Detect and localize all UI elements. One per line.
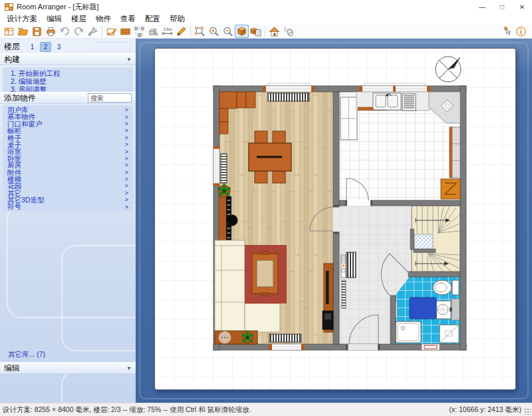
tall-cabinets (450, 127, 460, 178)
shower-tray (396, 321, 421, 343)
category-chevron-icon: > (125, 148, 128, 155)
redo-button[interactable] (72, 25, 86, 38)
category-stairs[interactable]: 楼梯> (3, 176, 133, 182)
zoom-all-icon (194, 26, 205, 37)
build-header-label: 构建 (4, 54, 20, 65)
move-objects-icon (148, 26, 159, 37)
category-chevron-icon: > (125, 169, 128, 176)
decorative-shape (61, 245, 136, 351)
floor-button-3[interactable]: 3 (53, 42, 65, 52)
zoom-in-button[interactable] (207, 25, 221, 38)
edit-rooms-button[interactable] (104, 25, 118, 38)
category-cabinets[interactable]: 橱柜> (3, 127, 133, 134)
category-chevron-icon: > (125, 106, 128, 113)
category-chevron-icon: > (125, 120, 128, 127)
toilet (433, 280, 452, 295)
category-bedroom[interactable]: 卧室> (3, 155, 133, 162)
add-objects-header: 添加物件 (0, 92, 136, 104)
menu-floors[interactable]: 楼层 (66, 13, 91, 25)
open-button[interactable] (16, 25, 30, 38)
category-symbols[interactable]: 符号> (3, 203, 133, 210)
object-list-icon (250, 26, 261, 37)
walls-button[interactable] (118, 25, 132, 38)
category-chairs[interactable]: 椅子> (3, 134, 133, 141)
view-3d-button[interactable] (235, 25, 249, 38)
floor-button-2[interactable]: 2 (40, 42, 51, 52)
category-bathroom[interactable]: 浴室> (3, 148, 133, 154)
save-icon (31, 26, 43, 37)
toolbar-separator (190, 26, 191, 37)
category-garden[interactable]: 花园> (3, 182, 133, 189)
view-3d-icon (236, 26, 247, 37)
more-libraries-link[interactable]: 其它库... (7) (8, 350, 45, 359)
resize-grip[interactable] (524, 408, 531, 415)
svg-text:3.5m: 3.5m (164, 27, 172, 31)
undo-button[interactable] (58, 25, 72, 38)
collapse-arrow-icon[interactable]: ▼ (126, 365, 132, 371)
new-plan-button[interactable] (2, 25, 16, 38)
category-doors-windows[interactable]: 门口和窗户> (3, 120, 133, 127)
undo-icon (59, 26, 70, 37)
category-chevron-icon: > (125, 155, 128, 162)
draw-walls-button[interactable] (174, 25, 188, 38)
category-chevron-icon: > (125, 196, 128, 203)
step-new-project-link[interactable]: 1. 开始新的工程 (11, 69, 133, 77)
category-kitchen[interactable]: 厨房> (3, 162, 133, 168)
menu-options[interactable]: 配置 (140, 13, 165, 25)
about-icon (515, 26, 527, 37)
step-edit-walls-link[interactable]: 2. 编辑墙壁 (11, 77, 133, 85)
toolbar-separator (265, 26, 265, 37)
measure-icon: 3.5m (162, 26, 173, 37)
draw-walls-icon (176, 26, 187, 37)
home-levels-icon (269, 26, 280, 37)
menu-help[interactable]: 帮助 (165, 13, 190, 25)
minimize-button[interactable]: — (472, 0, 492, 13)
toolbar-separator (102, 26, 102, 37)
floors-row: 楼层 1 2 3 (0, 40, 136, 53)
category-tables[interactable]: 桌子> (3, 141, 133, 148)
print-button[interactable] (44, 25, 58, 38)
gestures-button[interactable] (281, 25, 295, 38)
build-section-header[interactable]: 构建 ▼ (0, 53, 136, 65)
bathroom (393, 275, 460, 344)
search-input[interactable] (88, 93, 132, 103)
select-objects-button[interactable] (132, 25, 146, 38)
format-brush-button[interactable] (86, 25, 100, 38)
decorative-shape (61, 370, 136, 403)
edit-section-header[interactable]: 编辑 ▼ (0, 362, 136, 374)
floorplan-drawing[interactable] (155, 49, 516, 390)
drawing-canvas[interactable] (154, 48, 516, 390)
collapse-arrow-icon[interactable]: ▼ (126, 57, 132, 63)
zoom-all-button[interactable] (193, 25, 207, 38)
measure-button[interactable]: 3.5m (160, 25, 174, 38)
category-other-3d[interactable]: 其它3D造型> (3, 196, 133, 203)
category-chevron-icon: > (125, 204, 128, 210)
tv-cabinet (323, 264, 333, 332)
maximize-button[interactable]: □ (492, 0, 512, 13)
home-levels-button[interactable] (267, 25, 281, 38)
titlebar[interactable]: Room Arranger - [无标题] — □ ✕ (0, 0, 532, 13)
pointer-mode-button[interactable] (500, 25, 514, 38)
floors-placeholder (92, 42, 132, 51)
category-accessories[interactable]: 附件> (3, 169, 133, 176)
move-objects-button[interactable] (146, 25, 160, 38)
status-cursor-coords: (x: 10666 y: 2413 毫米) (449, 405, 521, 415)
pointer-mode-icon (501, 26, 513, 37)
canvas-area (136, 39, 532, 403)
add-objects-label: 添加物件 (4, 93, 36, 104)
close-button[interactable]: ✕ (512, 0, 532, 13)
kitchen-sink (373, 93, 401, 110)
floor-lamp (227, 215, 238, 226)
zoom-out-button[interactable] (221, 25, 235, 38)
save-button[interactable] (30, 25, 44, 38)
menu-objects[interactable]: 物件 (91, 13, 116, 25)
select-objects-icon (134, 26, 145, 37)
floor-button-1[interactable]: 1 (27, 42, 38, 52)
edit-header-label: 编辑 (4, 363, 20, 374)
object-list-button[interactable] (249, 25, 263, 38)
menu-view[interactable]: 查看 (116, 13, 140, 25)
menu-edit[interactable]: 编辑 (42, 13, 66, 25)
category-chevron-icon: > (125, 134, 128, 141)
menu-design[interactable]: 设计方案 (2, 13, 42, 25)
about-button[interactable] (514, 25, 528, 38)
